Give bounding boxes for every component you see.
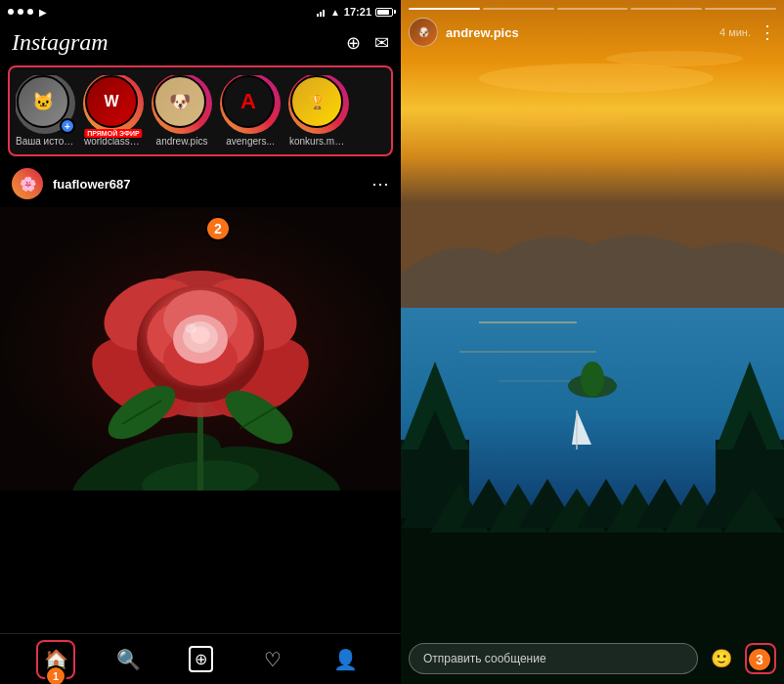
post-more-icon[interactable]: ⋯ xyxy=(371,173,389,194)
nav-badge-home: 1 xyxy=(45,665,66,685)
story-ring-worldclasscl: W xyxy=(83,75,144,134)
signal-icon xyxy=(317,7,327,17)
status-dot-3 xyxy=(27,9,33,15)
messages-icon[interactable]: ✉ xyxy=(374,32,389,54)
progress-bar-5 xyxy=(705,8,776,10)
svg-point-35 xyxy=(581,362,604,397)
story-label-my: Ваша истор... xyxy=(16,136,74,147)
story-avatar-konkurs: 🏆 xyxy=(290,75,343,128)
story-avatar-avengers: A xyxy=(222,75,275,128)
story-ring-avengers: A xyxy=(220,75,281,134)
app-header: Instagram ⊕ ✉ xyxy=(0,23,401,62)
story-item-avengers[interactable]: A avengers... xyxy=(221,75,280,147)
story-bottom: Отправить сообщение 🙂 ➤ xyxy=(401,633,784,684)
status-dot-2 xyxy=(18,9,23,15)
live-badge: ПРЯМОЙ ЭФИР xyxy=(84,129,142,138)
status-right: ▲ 17:21 xyxy=(317,6,393,18)
add-post-icon[interactable]: ⊕ xyxy=(346,32,361,54)
story-label-avengers: avengers... xyxy=(226,136,274,147)
story-avatar-wrap-worldclasscl: W ПРЯМОЙ ЭФИР xyxy=(85,75,142,132)
story-ring-andrew: 🐶 xyxy=(152,75,212,134)
story-user-avatar: 🐶 xyxy=(409,18,438,47)
progress-bar-4 xyxy=(631,8,702,10)
story-username: andrew.pics xyxy=(446,25,714,40)
stories-section: 🐱 + Ваша истор... W ПРЯМОЙ ЭФИР worldcla… xyxy=(8,65,393,156)
svg-rect-1 xyxy=(320,12,322,17)
svg-point-29 xyxy=(606,51,743,66)
svg-point-21 xyxy=(185,323,196,333)
story-label-konkurs: konkurs.mos... xyxy=(289,136,348,147)
rose-svg xyxy=(0,207,401,491)
app-container: ▶ ▲ 17:21 Instagram xyxy=(0,0,784,684)
post-image xyxy=(0,207,401,491)
post-header: 🌸 fuaflower687 ⋯ xyxy=(0,160,401,207)
story-ring-konkurs: 🏆 xyxy=(288,75,349,134)
stories-badge-2: 2 xyxy=(205,216,231,241)
badge-3: 3 xyxy=(747,647,772,672)
story-avatar-wrap-my: 🐱 + xyxy=(17,75,73,132)
nav-add[interactable]: ⊕ xyxy=(181,640,220,679)
progress-bar-3 xyxy=(557,8,629,10)
profile-icon: 👤 xyxy=(333,648,358,671)
story-item-my[interactable]: 🐱 + Ваша истор... xyxy=(16,75,74,147)
add-icon: ⊕ xyxy=(189,646,213,672)
status-bar: ▶ ▲ 17:21 xyxy=(0,0,401,23)
status-icons: ▶ xyxy=(8,7,47,18)
post-username: fuaflower687 xyxy=(53,177,371,192)
progress-bar-1 xyxy=(409,8,480,10)
add-story-badge: + xyxy=(60,118,75,134)
story-item-worldclasscl[interactable]: W ПРЯМОЙ ЭФИР worldclasscl... xyxy=(84,75,143,147)
nav-home[interactable]: 🏠 1 xyxy=(36,640,75,679)
svg-point-28 xyxy=(469,107,626,127)
svg-point-27 xyxy=(479,64,714,93)
story-avatar-andrew: 🐶 xyxy=(153,75,206,128)
wifi-icon: ▲ xyxy=(330,7,340,18)
search-icon: 🔍 xyxy=(116,648,141,671)
story-label-andrew: andrew.pics xyxy=(156,136,208,147)
story-avatar-wrap-avengers: A xyxy=(222,75,279,132)
svg-rect-0 xyxy=(317,14,319,17)
left-panel: ▶ ▲ 17:21 Instagram xyxy=(0,0,401,684)
story-message-placeholder: Отправить сообщение xyxy=(423,652,546,665)
story-avatar-wrap-konkurs: 🏆 xyxy=(290,75,347,132)
story-item-konkurs[interactable]: 🏆 konkurs.mos... xyxy=(289,75,348,147)
nav-profile[interactable]: 👤 xyxy=(326,640,365,679)
header-icons: ⊕ ✉ xyxy=(346,32,389,54)
nav-heart[interactable]: ♡ xyxy=(253,640,292,679)
story-message-input[interactable]: Отправить сообщение xyxy=(409,643,698,674)
story-more-icon[interactable]: ⋮ xyxy=(759,21,776,43)
status-dot-1 xyxy=(8,9,14,15)
app-logo: Instagram xyxy=(12,29,109,56)
progress-fill-1 xyxy=(409,8,480,10)
time-display: 17:21 xyxy=(344,6,371,18)
story-progress-bars xyxy=(401,0,784,14)
right-panel: 🐶 andrew.pics 4 мин. ⋮ Отправить сообщен… xyxy=(401,0,784,684)
nav-search[interactable]: 🔍 xyxy=(109,640,148,679)
emoji-icon: 🙂 xyxy=(711,648,732,669)
story-landscape-svg xyxy=(401,0,784,684)
heart-icon: ♡ xyxy=(264,648,282,671)
play-icon: ▶ xyxy=(39,7,47,18)
post-avatar: 🌸 xyxy=(12,168,43,199)
story-item-andrew[interactable]: 🐶 andrew.pics xyxy=(152,75,211,147)
story-header: 🐶 andrew.pics 4 мин. ⋮ xyxy=(401,0,784,51)
story-emoji-btn[interactable]: 🙂 xyxy=(706,643,737,674)
story-top-info: 🐶 andrew.pics 4 мин. ⋮ xyxy=(401,14,784,51)
stories-row: 🐱 + Ваша истор... W ПРЯМОЙ ЭФИР worldcla… xyxy=(16,75,385,147)
battery-icon xyxy=(375,8,393,17)
story-avatar-wrap-andrew: 🐶 xyxy=(153,75,210,132)
svg-rect-2 xyxy=(323,10,325,17)
bottom-nav: 🏠 1 🔍 ⊕ ♡ 👤 xyxy=(0,633,401,684)
progress-bar-2 xyxy=(483,8,554,10)
story-avatar-worldclasscl: W xyxy=(85,75,138,128)
story-time: 4 мин. xyxy=(719,26,751,38)
